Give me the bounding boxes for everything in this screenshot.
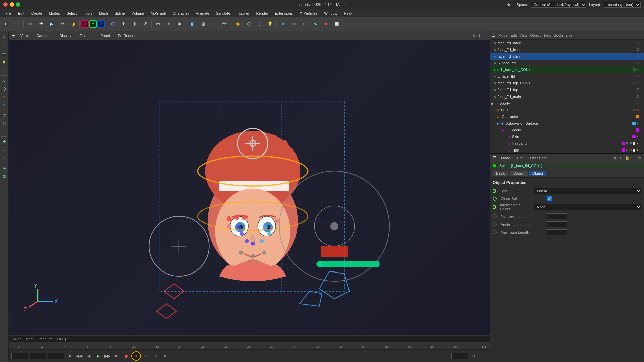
z-axis-button[interactable]: Z [97,20,105,28]
lp-sky-icon[interactable]: ○ [1,67,8,74]
viewport[interactable]: X Y Z Spline Object [L_face_ffd_CON+] [9,40,490,342]
goto-end-button[interactable]: ⏭ [113,352,121,360]
menu-mesh[interactable]: Mesh [96,11,111,16]
obj-row-face-ffd-top[interactable]: ∿ face_ffd_top ☐ ⋮ [490,86,644,93]
close-spline-checkbox[interactable] [547,196,552,201]
lp-point-icon[interactable]: · [1,128,8,135]
lp-spline-icon[interactable]: ∿ [1,77,8,84]
node-space-select[interactable]: Current (Standard/Physical) [531,2,586,8]
rotate-tool-button[interactable]: ↺ [140,19,150,29]
obj-row-face-ffd-back[interactable]: ∿ face_ffd_back ☐ ⋮ [490,40,644,46]
menu-character[interactable]: Character [170,11,192,16]
display-mode-button[interactable]: ▨ [198,19,208,29]
material-button[interactable]: ◉ [233,19,243,29]
viewport-tab-view[interactable]: View [18,33,31,38]
obj-row-face-ffd-chin[interactable]: ∿ face_ffd_chin ☐ ⋮ [490,53,644,60]
prop-menu-icon[interactable]: ☰ [493,156,496,160]
redo-button[interactable]: ↪ [12,19,22,29]
render-settings-button[interactable]: ⚙ [57,19,67,29]
intermediate-select[interactable]: None Natural Uniform Adaptive Subdivided [534,204,641,210]
prop-userdata-tab[interactable]: User Data [528,155,549,161]
lp-generator-icon[interactable]: ⊕ [1,101,8,109]
play-button[interactable]: ▶ [94,352,102,360]
layout-select[interactable]: recording (User) [604,2,641,8]
menu-tools[interactable]: Tools [81,11,95,16]
obj-manager-objects-label[interactable]: Object [530,33,541,37]
obj-row-hair[interactable]: ⬡ Hair ⊞ ⊟ ▲ ⋮ [490,147,644,154]
array-button[interactable]: ⊙ [300,19,310,29]
prop-nav-up[interactable]: ▲ [619,156,622,160]
light-button[interactable]: 💡 [265,19,275,29]
lp-select-icon[interactable]: ◻ [1,32,8,40]
prev-frame-button[interactable]: ◀◀ [75,352,83,360]
move-tool-button[interactable]: ✛ [118,19,128,29]
obj-row-r-face-ffd[interactable]: ∿ R_face_ffd ☐ ⋮ [490,60,644,66]
preview-end-input[interactable]: 72 F [451,353,468,359]
audio-button[interactable]: ♪ [479,352,487,360]
lp-deform-icon[interactable]: ⊙ [1,93,8,101]
prop-settings-icon[interactable]: ⚙ [638,156,641,160]
obj-manager-edit[interactable]: Edit [511,33,517,37]
start-frame-input[interactable]: 0 F [11,353,28,359]
texture-button[interactable]: ⬡ [244,19,254,29]
lp-joint-icon[interactable]: ⊙ [1,146,8,154]
prop-nav-back[interactable]: ◀ [613,156,616,160]
angle-input[interactable]: 5° [547,221,567,227]
viewport-fullscreen-icon[interactable]: ⛶ [484,34,487,37]
record-button[interactable]: ⏺ [122,352,130,360]
menu-tracker[interactable]: Tracker [234,11,252,16]
viewport-tab-panel[interactable]: Panel [98,33,112,38]
prop-mode-tab[interactable]: Mode [499,155,513,161]
obj-manager-menu[interactable]: ☰ [492,33,496,38]
deform-button[interactable]: ⬡ [254,19,264,29]
obj-manager-view[interactable]: View [520,33,528,37]
viewport-tab-prorender[interactable]: ProRender [115,33,138,38]
obj-manager-mode[interactable]: Mode [498,33,508,37]
obj-row-ffd[interactable]: ⊞ FFD ☐ ✓ ⬡ ⋮ [490,107,644,113]
obj-row-skin[interactable]: ⊙ Skin ✓ ⋮ [490,133,644,140]
object-mode-button[interactable]: ⬡ [108,19,118,29]
menu-xparticles[interactable]: X-Particles [297,11,320,16]
max-length-input[interactable]: 5 cm [547,229,567,235]
key-all-button[interactable]: ⬡ [142,352,150,360]
menu-animate[interactable]: Animate [193,11,212,16]
viewport-tab-options[interactable]: Options [77,33,95,38]
menu-file[interactable]: File [3,11,14,16]
symmetry-button[interactable]: ⇔ [278,19,288,29]
obj-row-l-face-ffd-con[interactable]: ● ∿ L_face_ffd_CON+ ☐ ✓ ⋮ [490,66,644,73]
render-preview-button[interactable]: ▶ [47,19,57,29]
end-frame-input[interactable]: 39 F [48,353,64,359]
undo-button[interactable]: ↩ [1,19,11,29]
lp-effector-icon[interactable]: ⊠ [1,173,8,180]
lp-field-icon[interactable]: ◈ [1,165,8,172]
viewport-tab-display[interactable]: Display [57,33,74,38]
viewport-menu-icon[interactable]: ☰ [11,33,15,38]
number-input[interactable]: 8 [547,213,567,219]
menu-select[interactable]: Select [64,11,80,16]
timeline-button[interactable]: 📊 [332,19,342,29]
prop-tab-coord[interactable]: Coord. [510,171,528,176]
spline-tool-button[interactable]: ∿ [310,19,320,29]
menu-mograph[interactable]: MoGraph [148,11,169,16]
prop-tab-object[interactable]: Object [529,171,546,176]
viewport-shading-button[interactable]: ◧ [187,19,198,29]
scale-tool-button[interactable]: ⊞ [129,19,139,29]
play-back-button[interactable]: ◀ [85,352,93,360]
obj-row-face-ffd-top-con[interactable]: ∿ face_ffd_top_CON+ ☐ ✓ ⋮ [490,80,644,86]
obj-row-face-ffd-front[interactable]: ∿ face_ffd_front ☐ ⋮ [490,46,644,53]
type-select[interactable]: Linear Cubic Akima B-Spline Bezier [534,188,641,194]
select-rect-button[interactable]: ▭ [153,19,163,29]
axis-mode-button[interactable]: ⊕ [174,19,184,29]
viewport-settings-icon[interactable]: ⚙ [478,34,481,37]
viewport-tab-cameras[interactable]: Cameras [34,33,54,38]
camera-button[interactable]: 📷 [220,19,230,29]
mixer-button[interactable]: ⊟ [470,352,478,360]
close-button[interactable] [3,2,8,7]
viewport-expand-icon[interactable]: ⊞ [473,34,475,37]
grid-button[interactable]: ⊞ [209,19,219,29]
obj-row-l-face-ffd[interactable]: ∿ L_face_ffd ☐ ⋮ [490,73,644,80]
prop-edit-tab[interactable]: Edit [515,155,526,161]
menu-modes[interactable]: Modes [46,11,63,16]
maximize-button[interactable] [16,2,20,7]
next-frame-button[interactable]: ▶▶ [103,352,111,360]
